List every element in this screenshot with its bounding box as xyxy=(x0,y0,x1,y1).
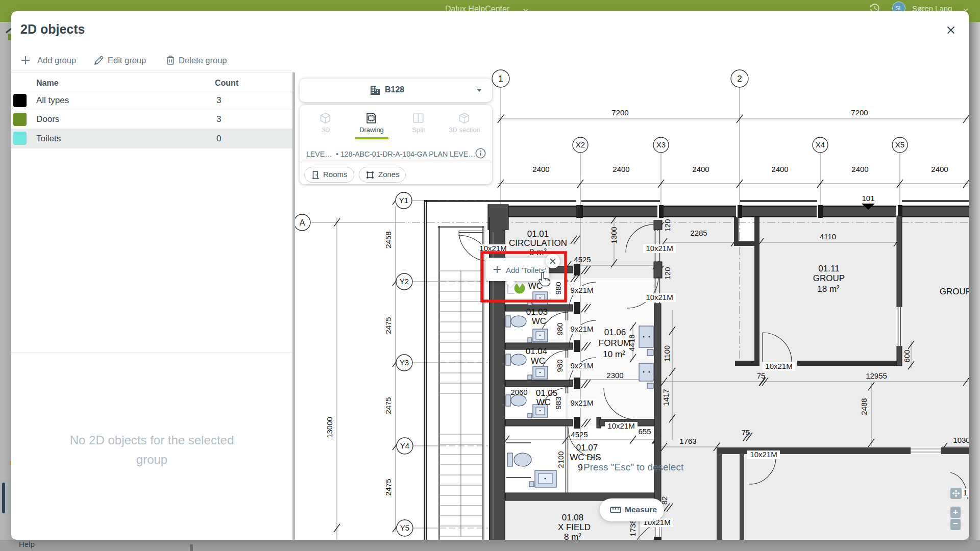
svg-text:2100: 2100 xyxy=(556,451,565,468)
svg-text:75: 75 xyxy=(742,428,750,437)
svg-text:10x21M: 10x21M xyxy=(646,293,673,302)
svg-text:13000: 13000 xyxy=(325,417,334,438)
svg-text:101: 101 xyxy=(862,194,874,203)
svg-text:01.05: 01.05 xyxy=(536,388,558,398)
svg-text:4418: 4418 xyxy=(627,334,636,351)
svg-text:2060: 2060 xyxy=(510,388,527,396)
svg-text:Y5: Y5 xyxy=(400,523,409,532)
svg-text:2400: 2400 xyxy=(532,165,549,173)
svg-text:120: 120 xyxy=(663,267,672,280)
svg-text:01.03: 01.03 xyxy=(526,307,548,317)
svg-text:01.11: 01.11 xyxy=(818,264,839,273)
svg-text:2475: 2475 xyxy=(384,317,393,334)
svg-text:A: A xyxy=(300,218,305,227)
svg-text:01.07: 01.07 xyxy=(576,443,598,453)
svg-text:GROUP: GROUP xyxy=(940,287,969,296)
svg-text:Y2: Y2 xyxy=(400,277,409,286)
svg-text:2400: 2400 xyxy=(771,165,788,173)
svg-text:2475: 2475 xyxy=(384,479,393,495)
svg-text:Y1: Y1 xyxy=(399,196,408,205)
svg-text:1100: 1100 xyxy=(663,345,671,362)
svg-text:2300: 2300 xyxy=(606,371,623,380)
svg-text:18 m²: 18 m² xyxy=(817,284,840,294)
svg-text:01.08: 01.08 xyxy=(562,513,584,522)
svg-text:GROUP: GROUP xyxy=(813,273,845,283)
svg-text:980: 980 xyxy=(555,359,564,372)
svg-text:120: 120 xyxy=(663,219,672,232)
svg-text:Y4: Y4 xyxy=(400,441,409,450)
svg-text:655: 655 xyxy=(638,427,651,436)
svg-text:FORUM: FORUM xyxy=(599,338,630,348)
svg-text:10x21M: 10x21M xyxy=(646,244,673,253)
svg-text:X3: X3 xyxy=(656,140,666,149)
svg-text:WC: WC xyxy=(532,316,546,326)
svg-text:75: 75 xyxy=(757,371,766,380)
svg-text:X2: X2 xyxy=(576,140,585,149)
svg-text:10x21M: 10x21M xyxy=(765,362,792,370)
svg-text:WC: WC xyxy=(531,356,545,366)
svg-text:1417: 1417 xyxy=(662,389,670,406)
svg-text:01.04: 01.04 xyxy=(526,346,548,356)
svg-text:9x21M: 9x21M xyxy=(570,324,593,333)
svg-text:600: 600 xyxy=(902,349,911,362)
svg-text:2400: 2400 xyxy=(692,165,709,173)
svg-text:2285: 2285 xyxy=(690,229,707,237)
svg-text:4525: 4525 xyxy=(574,255,591,264)
svg-text:2458: 2458 xyxy=(384,231,393,248)
svg-text:4525: 4525 xyxy=(571,430,587,439)
svg-text:7200: 7200 xyxy=(611,108,628,117)
svg-text:1300: 1300 xyxy=(609,227,618,243)
svg-text:2400: 2400 xyxy=(612,165,629,173)
svg-text:10 m²: 10 m² xyxy=(603,349,625,359)
svg-text:CIRCULATION: CIRCULATION xyxy=(509,238,567,248)
svg-text:12955: 12955 xyxy=(866,371,887,380)
svg-text:980: 980 xyxy=(554,282,562,294)
svg-text:1738: 1738 xyxy=(628,519,637,536)
svg-text:8 m²: 8 m² xyxy=(564,532,581,540)
svg-text:10x21M: 10x21M xyxy=(607,421,634,430)
svg-text:983: 983 xyxy=(554,396,562,409)
svg-text:9x21M: 9x21M xyxy=(570,361,593,370)
svg-text:7200: 7200 xyxy=(851,108,868,117)
svg-text:X5: X5 xyxy=(895,140,904,149)
svg-text:1030: 1030 xyxy=(953,436,969,444)
svg-text:1: 1 xyxy=(498,74,503,84)
svg-text:9x21M: 9x21M xyxy=(570,286,593,294)
svg-text:1: 1 xyxy=(963,488,967,497)
svg-text:4110: 4110 xyxy=(820,232,836,241)
svg-text:01.06: 01.06 xyxy=(604,328,626,337)
svg-text:1763: 1763 xyxy=(679,437,696,445)
svg-text:X4: X4 xyxy=(816,140,825,149)
svg-text:2475: 2475 xyxy=(384,397,393,414)
svg-text:9x21M: 9x21M xyxy=(570,398,593,407)
svg-text:10x21M: 10x21M xyxy=(750,450,777,459)
svg-text:2: 2 xyxy=(737,74,742,84)
svg-text:2400: 2400 xyxy=(931,165,948,173)
svg-text:2400: 2400 xyxy=(851,165,868,173)
svg-text:X FIELD: X FIELD xyxy=(558,522,591,532)
svg-text:WC: WC xyxy=(536,397,551,407)
svg-text:Y3: Y3 xyxy=(400,358,409,367)
svg-text:9: 9 xyxy=(578,463,582,472)
svg-text:980: 980 xyxy=(555,322,564,335)
svg-text:2488: 2488 xyxy=(860,398,868,415)
svg-text:01.01: 01.01 xyxy=(527,229,549,239)
svg-text:WC DIS: WC DIS xyxy=(570,453,601,462)
